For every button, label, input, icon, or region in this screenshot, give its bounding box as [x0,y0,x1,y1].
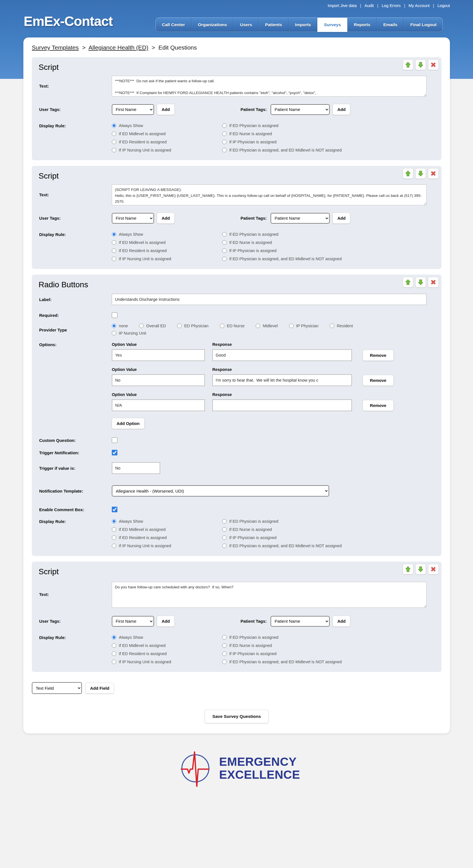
display-rule-radio[interactable] [112,232,116,237]
link-log-errors[interactable]: Log Errors [381,3,401,8]
add-user-tag-button[interactable]: Add [157,616,175,627]
user-tags-select[interactable]: First Name [112,616,154,627]
tab-users[interactable]: Users [233,18,258,32]
display-rule-radio[interactable] [112,131,116,136]
display-rule-radio[interactable] [222,256,227,261]
move-down-button[interactable] [415,277,426,287]
patient-tags-select[interactable]: Patient Name [271,616,330,627]
option-value-input[interactable] [112,374,205,386]
tab-imports[interactable]: Imports [289,18,318,32]
display-rule-radio[interactable] [112,123,116,128]
display-rule-radio[interactable] [222,519,227,524]
display-rule-radio[interactable] [222,140,227,144]
option-response-input[interactable] [212,349,352,361]
option-response-input[interactable] [212,374,352,386]
display-rule-radio[interactable] [112,240,116,245]
link-import-jive-data[interactable]: Import Jive data [328,3,357,8]
display-rule-radio[interactable] [222,643,227,648]
tab-surveys[interactable]: Surveys [317,18,347,32]
script-text-area[interactable]: (SCRIPT FOR LEAVING A MESSAGE): Hello, t… [112,184,427,205]
patient-tags-select[interactable]: Patient Name [271,213,330,224]
script-text-area[interactable]: ***NOTE*** Do not ask if the patient wan… [112,76,427,97]
display-rule-radio[interactable] [222,123,227,128]
display-rule-radio[interactable] [112,651,116,656]
add-patient-tag-button[interactable]: Add [333,104,350,115]
tab-organizations[interactable]: Organizations [191,18,233,32]
question-label-input[interactable] [112,294,427,305]
provider-type-radio[interactable] [112,331,116,335]
delete-section-button[interactable] [428,564,439,575]
add-field-button[interactable]: Add Field [85,683,114,694]
user-tags-select[interactable]: First Name [112,104,154,115]
script-text-area[interactable]: Do you have follow-up care scheduled wit… [112,582,427,608]
tab-final-logout[interactable]: Final Logout [404,18,443,32]
display-rule-radio[interactable] [112,643,116,648]
option-value-input[interactable] [112,399,205,411]
display-rule-radio[interactable] [112,256,116,261]
move-up-button[interactable] [403,59,413,70]
field-type-select[interactable]: Text Field [32,682,82,694]
user-tags-select[interactable]: First Name [112,213,154,224]
display-rule-radio[interactable] [222,535,227,540]
display-rule-radio[interactable] [222,240,227,245]
display-rule-radio[interactable] [222,659,227,664]
tab-patients[interactable]: Patients [258,18,288,32]
provider-type-radio[interactable] [256,323,260,328]
display-rule-radio[interactable] [112,659,116,664]
display-rule-radio[interactable] [112,635,116,640]
move-up-button[interactable] [403,564,413,575]
breadcrumb-survey-templates[interactable]: Survey Templates [32,44,79,51]
delete-section-button[interactable] [428,59,439,70]
display-rule-radio[interactable] [222,232,227,237]
display-rule-radio[interactable] [222,148,227,152]
display-rule-radio[interactable] [222,635,227,640]
link-logout[interactable]: Logout [438,3,450,8]
tab-call-center[interactable]: Call Center [156,18,191,32]
save-survey-questions-button[interactable]: Save Survey Questions [205,710,268,723]
display-rule-radio[interactable] [222,651,227,656]
add-user-tag-button[interactable]: Add [157,104,175,115]
add-patient-tag-button[interactable]: Add [333,213,350,224]
remove-option-button[interactable]: Remove [362,350,393,361]
move-up-button[interactable] [403,277,413,287]
provider-type-radio[interactable] [139,323,144,328]
trigger-value-input[interactable] [112,462,160,474]
patient-tags-select[interactable]: Patient Name [271,104,330,115]
move-up-button[interactable] [403,168,413,179]
provider-type-radio[interactable] [112,323,116,328]
display-rule-radio[interactable] [112,248,116,253]
display-rule-radio[interactable] [222,544,227,548]
move-down-button[interactable] [415,564,426,575]
display-rule-radio[interactable] [112,535,116,540]
remove-option-button[interactable]: Remove [362,375,393,386]
link-audit[interactable]: Audit [365,3,374,8]
required-checkbox[interactable] [112,312,117,318]
display-rule-radio[interactable] [112,148,116,152]
option-response-input[interactable] [212,399,352,411]
display-rule-radio[interactable] [222,248,227,253]
display-rule-radio[interactable] [112,527,116,532]
link-my-account[interactable]: My Account [409,3,430,8]
enable-comment-box-checkbox[interactable] [112,507,117,512]
remove-option-button[interactable]: Remove [362,400,393,411]
provider-type-radio[interactable] [330,323,334,328]
move-down-button[interactable] [415,59,426,70]
trigger-notification-checkbox[interactable] [112,450,117,456]
provider-type-radio[interactable] [220,323,224,328]
add-patient-tag-button[interactable]: Add [333,616,350,627]
delete-section-button[interactable] [428,277,439,287]
tab-reports[interactable]: Reports [347,18,377,32]
display-rule-radio[interactable] [222,527,227,532]
custom-question-checkbox[interactable] [112,437,117,443]
notification-template-select[interactable]: Allegiance Health - (Worsened, UDI) [112,485,329,497]
add-option-button[interactable]: Add Option [112,418,145,429]
provider-type-radio[interactable] [177,323,182,328]
display-rule-radio[interactable] [112,519,116,524]
move-down-button[interactable] [415,168,426,179]
add-user-tag-button[interactable]: Add [157,213,175,224]
display-rule-radio[interactable] [112,544,116,548]
provider-type-radio[interactable] [289,323,294,328]
display-rule-radio[interactable] [112,140,116,144]
delete-section-button[interactable] [428,168,439,179]
breadcrumb-template-name[interactable]: Allegiance Health (ED) [88,44,148,51]
